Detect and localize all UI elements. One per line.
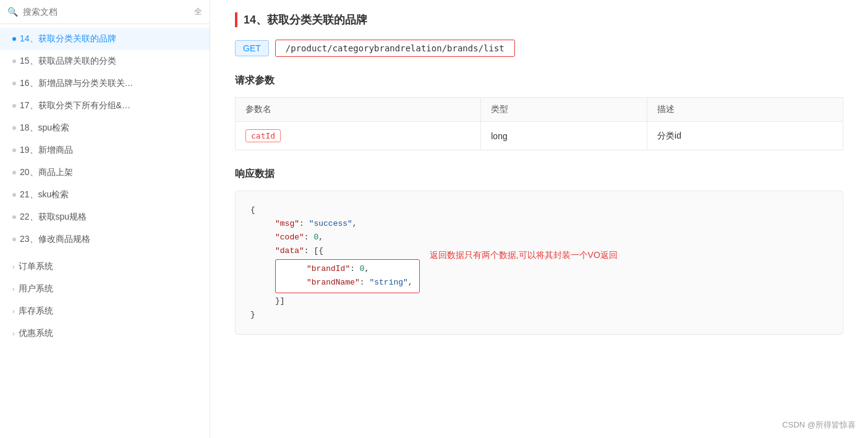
nav-group-users[interactable]: › 用户系统 — [0, 278, 210, 300]
sidebar-item-label: 18、spu检索 — [20, 122, 69, 134]
nav-group-inventory[interactable]: › 库存系统 — [0, 300, 210, 322]
nav-group-label: 库存系统 — [19, 306, 53, 317]
params-table: 参数名 类型 描述 catId long 分类id — [235, 97, 843, 150]
sidebar-item-18[interactable]: 18、spu检索 — [0, 117, 210, 139]
sidebar-item-17[interactable]: 17、获取分类下所有分组&… — [0, 95, 210, 117]
endpoint-url: /product/categorybrandrelation/brands/li… — [275, 40, 515, 57]
sidebar-item-label: 20、商品上架 — [20, 167, 73, 178]
nav-group-label: 订单系统 — [19, 261, 53, 272]
search-all-label: 全 — [194, 6, 202, 17]
table-row: catId long 分类id — [236, 122, 843, 150]
sidebar-item-label: 16、新增品牌与分类关联关… — [20, 78, 134, 89]
search-icon: 🔍 — [7, 7, 18, 17]
response-annotation: 返回数据只有两个数据,可以将其封装一个VO返回 — [430, 248, 618, 263]
nav-group-label: 用户系统 — [19, 283, 53, 294]
sidebar-item-21[interactable]: 21、sku检索 — [0, 184, 210, 206]
nav-dot — [12, 126, 16, 130]
chevron-right-icon: › — [12, 330, 15, 337]
search-bar: 🔍 全 — [0, 0, 210, 24]
sidebar-item-label: 17、获取分类下所有分组&… — [20, 100, 130, 111]
main-content: 14、获取分类关联的品牌 GET /product/categorybrandr… — [210, 0, 868, 438]
nav-dot — [12, 104, 16, 108]
chevron-right-icon: › — [12, 285, 15, 293]
response-code: { "msg": "success", "code": 0, "data": [… — [250, 204, 828, 322]
sidebar-item-label: 23、修改商品规格 — [20, 234, 90, 245]
nav-dot — [12, 148, 16, 152]
col-header-desc: 描述 — [647, 98, 843, 122]
param-name-cell: catId — [236, 122, 481, 150]
footer-text: CSDN @所得皆惊喜 — [782, 420, 856, 429]
nav-dot — [12, 82, 16, 85]
sidebar-item-label: 19、新增商品 — [20, 145, 73, 156]
param-type-cell: long — [481, 122, 647, 150]
search-input[interactable] — [23, 7, 189, 17]
response-box: { "msg": "success", "code": 0, "data": [… — [235, 191, 843, 335]
nav-dot — [12, 215, 16, 219]
sidebar-nav: 14、获取分类关联的品牌 15、获取品牌关联的分类 16、新增品牌与分类关联关…… — [0, 24, 210, 438]
sidebar-item-15[interactable]: 15、获取品牌关联的分类 — [0, 50, 210, 72]
nav-group-promo[interactable]: › 优惠系统 — [0, 322, 210, 345]
nav-dot — [12, 59, 16, 63]
chevron-right-icon: › — [12, 263, 15, 270]
col-header-name: 参数名 — [236, 98, 481, 122]
param-name-badge: catId — [245, 129, 281, 142]
data-highlight-box: "brandId": 0, "brandName": "string", — [275, 259, 420, 293]
endpoint-row: GET /product/categorybrandrelation/brand… — [235, 40, 843, 57]
sidebar-item-label: 15、获取品牌关联的分类 — [20, 56, 116, 67]
page-title: 14、获取分类关联的品牌 — [235, 12, 843, 27]
col-header-type: 类型 — [481, 98, 647, 122]
nav-dot — [12, 238, 16, 241]
sidebar-item-label: 21、sku检索 — [20, 189, 69, 200]
sidebar-item-19[interactable]: 19、新增商品 — [0, 139, 210, 161]
param-desc-cell: 分类id — [647, 122, 843, 150]
footer: CSDN @所得皆惊喜 — [782, 419, 856, 431]
nav-dot — [12, 171, 16, 174]
nav-group-orders[interactable]: › 订单系统 — [0, 256, 210, 278]
sidebar-item-23[interactable]: 23、修改商品规格 — [0, 228, 210, 251]
sidebar-item-16[interactable]: 16、新增品牌与分类关联关… — [0, 72, 210, 95]
sidebar-item-label: 14、获取分类关联的品牌 — [20, 33, 116, 45]
sidebar-item-22[interactable]: 22、获取spu规格 — [0, 206, 210, 228]
params-section-title: 请求参数 — [235, 74, 843, 87]
method-badge: GET — [235, 40, 269, 56]
nav-group-label: 优惠系统 — [19, 328, 53, 339]
nav-dot — [12, 193, 16, 197]
sidebar-item-20[interactable]: 20、商品上架 — [0, 161, 210, 184]
nav-dot — [12, 37, 16, 41]
response-section-title: 响应数据 — [235, 168, 843, 181]
sidebar: 🔍 全 14、获取分类关联的品牌 15、获取品牌关联的分类 16、新增品牌与分类… — [0, 0, 210, 438]
sidebar-item-label: 22、获取spu规格 — [20, 212, 87, 223]
chevron-right-icon: › — [12, 307, 15, 315]
sidebar-item-14[interactable]: 14、获取分类关联的品牌 — [0, 28, 210, 50]
